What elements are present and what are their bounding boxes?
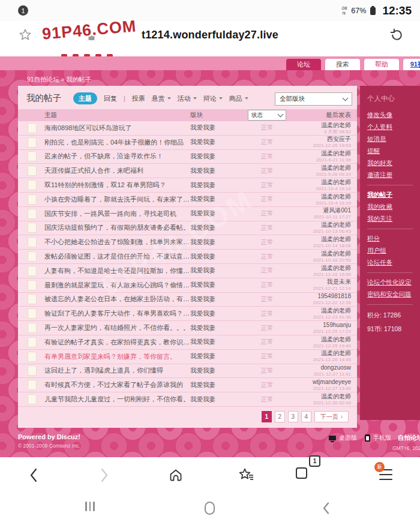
last-post-user-link[interactable]: 温柔的老师 — [321, 393, 351, 400]
forum-link[interactable]: 我爱我妻 — [190, 138, 245, 146]
last-post-user-link[interactable]: 温柔的老师 — [321, 236, 351, 243]
site-nav-tab-1[interactable]: 论坛 — [286, 59, 321, 70]
last-post-user-link[interactable]: 温柔的老师 — [321, 193, 351, 200]
filter-tab-5[interactable]: 活动 — [178, 94, 197, 103]
post-title-link[interactable]: 迟来的帖子，但不缺席，沿途寻欢作乐！ — [44, 152, 190, 161]
post-title-link[interactable]: 有验证的帖子才真实，在家拍得更真实，教你识别假夫妻。 — [44, 338, 190, 347]
post-title-link[interactable]: 不小心把她老公拍进去了惊险刺激，找单男来家里玩 — [44, 238, 190, 247]
forum-link[interactable]: 我爱我妻 — [190, 295, 245, 304]
filter-tab-6[interactable]: 辩论 — [203, 94, 223, 103]
last-post-user-link[interactable]: 温柔的老师 — [321, 336, 351, 343]
sidebar-link[interactable]: 修改头像 — [367, 111, 413, 119]
last-post-user-link[interactable]: 我是未来 — [327, 278, 351, 286]
forum-link[interactable]: 我爱我妻 — [190, 195, 245, 203]
last-post-user-link[interactable]: 159huanju — [323, 322, 351, 329]
forum-link[interactable]: 我爱我妻 — [190, 310, 245, 318]
site-nav-tab-3[interactable]: 帮助 — [364, 59, 399, 70]
post-title-link[interactable]: 有单男愿意到家里来吗？别嫌弃，等你留言。 — [44, 352, 190, 361]
forum-link[interactable]: 我爱我妻 — [190, 266, 245, 275]
sidebar-link[interactable]: 用户组 — [367, 247, 413, 255]
recents-icon[interactable] — [85, 502, 95, 511]
post-title-link[interactable]: 天涯传媒正式招人合作，来吧福利 — [44, 166, 190, 175]
system-back-icon[interactable] — [322, 502, 330, 515]
sidebar-link[interactable]: 提醒 — [367, 147, 413, 155]
site-nav-tab-2[interactable]: 搜索 — [325, 59, 360, 70]
filter-tab-1[interactable]: 主题 — [73, 92, 97, 104]
page-button-1[interactable]: 1 — [262, 411, 272, 422]
last-post-user-link[interactable]: 温柔的老师 — [321, 164, 351, 172]
forum-link[interactable]: 我爱我妻 — [190, 395, 245, 404]
filter-tab-2[interactable]: 回复 — [104, 94, 117, 103]
sidebar-link[interactable]: 个人资料 — [367, 123, 413, 131]
forum-filter-select[interactable]: 全部版块 — [275, 92, 352, 106]
filter-tab-4[interactable]: 悬赏 — [152, 94, 171, 103]
forum-link[interactable]: 我爱我妻 — [190, 338, 245, 346]
status-filter-select[interactable]: 状态 — [248, 110, 286, 121]
sidebar-link[interactable]: 我的收藏 — [367, 203, 413, 211]
last-post-user-link[interactable]: 避风港001 — [323, 207, 351, 214]
post-title-link[interactable]: 小孩在旁边睡着了，那就去洗手间玩，有来家了的叔叔吗？ — [44, 195, 190, 204]
next-page-button[interactable]: 下一页› — [314, 411, 349, 422]
sidebar-link[interactable]: 邀请注册 — [367, 171, 413, 179]
last-post-user-link[interactable]: wtjmandeyeye — [313, 379, 351, 386]
sidebar-link[interactable]: 论坛个性化设定 — [367, 278, 413, 287]
last-post-user-link[interactable]: 温柔的老师 — [321, 150, 351, 157]
sidebar-link[interactable]: 密码和安全问题 — [367, 290, 413, 299]
desktop-version-link[interactable]: 桌面版 — [339, 434, 357, 442]
filter-tab-3[interactable]: 投票 — [132, 94, 145, 103]
post-title-link[interactable]: 这回赶上了，遇到猛虎上道具，你们懂得 — [44, 366, 190, 375]
last-post-user-link[interactable]: 西安应子 — [327, 136, 351, 143]
forum-link[interactable]: 我爱我妻 — [190, 253, 245, 261]
post-title-link[interactable]: 刚拍完，也是刚搞完，04年妹子很嫩的！你细品 — [44, 138, 190, 147]
post-title-link[interactable]: 验证刮了毛的人妻客厅大动作，有单男喜欢吗？来来来看 — [44, 309, 190, 318]
last-post-user-link[interactable]: 温柔的老师 — [321, 122, 351, 129]
post-title-link[interactable]: 有时候真不方便，不过大家看了帖子会原谅我的 — [44, 380, 190, 389]
post-title-link[interactable]: 国庆节安排，一路风景一路向南，寻找老司机 — [44, 209, 190, 218]
forum-link[interactable]: 我爱我妻 — [190, 381, 245, 389]
forum-link[interactable]: 我爱我妻 — [190, 181, 245, 190]
post-title-link[interactable]: 儿童节我陪大儿童度过，一切刚刚好，不信你看。 — [44, 395, 190, 404]
site-nav-tab-4[interactable]: 91视频 — [403, 59, 420, 70]
post-title-link[interactable]: 国庆活动提前预约了，有假期的朋友请务必看帖。 — [44, 223, 190, 232]
forward-icon[interactable] — [100, 467, 109, 483]
mobile-version-link[interactable]: 手机版 — [373, 434, 391, 442]
breadcrumb[interactable]: 91自拍论坛 » 我的帖子 — [27, 76, 91, 84]
home-icon[interactable] — [168, 467, 184, 483]
refresh-icon[interactable] — [389, 28, 404, 43]
page-button-2[interactable]: 2 — [275, 411, 285, 422]
system-home-icon[interactable] — [205, 502, 215, 515]
forum-link[interactable]: 我爱我妻 — [190, 238, 245, 247]
site-name-link[interactable]: 自拍论坛 |联系 — [398, 434, 420, 442]
page-button-3[interactable]: 3 — [288, 411, 298, 422]
forum-link[interactable]: 我爱我妻 — [190, 224, 245, 232]
forum-link[interactable]: 我爱我妻 — [190, 367, 245, 375]
sidebar-link[interactable]: 短消息 — [367, 135, 413, 143]
forum-link[interactable]: 我爱我妻 — [190, 152, 245, 161]
last-post-user-link[interactable]: 温柔的老师 — [321, 350, 351, 357]
sidebar-link[interactable]: 我的关注 — [367, 215, 413, 223]
post-title-link[interactable]: 被遗忘的人妻老公在日本，在她家主卧活动，有单男约吗？ — [44, 295, 190, 304]
post-title-link[interactable]: 最刺激的就是家里玩，有人敢来玩心跳吗？偷情那种 — [44, 281, 190, 290]
sidebar-link[interactable]: 论坛任务 — [367, 259, 413, 267]
last-post-user-link[interactable]: 温柔的老师 — [321, 265, 351, 272]
last-post-user-link[interactable]: 1954981818 — [317, 293, 351, 300]
post-title-link[interactable]: 人妻有狗，不知道是哈士奇还是阿拉斯加，你懂得？必看 — [44, 266, 190, 275]
last-post-user-link[interactable]: 温柔的老师 — [321, 221, 351, 229]
filter-tab-7[interactable]: 商品 — [229, 94, 248, 103]
forum-link[interactable]: 我爱我妻 — [190, 281, 245, 289]
bookmarks-star-icon[interactable] — [238, 467, 254, 483]
last-post-user-link[interactable]: 温柔的老师 — [321, 307, 351, 314]
sidebar-link[interactable]: 我的好友 — [367, 159, 413, 167]
post-title-link[interactable]: 双11特别的特别激情，双12 有单男陪吗？ — [44, 181, 190, 190]
forum-link[interactable]: 我爱我妻 — [190, 209, 245, 218]
page-button-4[interactable]: 4 — [301, 411, 311, 422]
sidebar-link[interactable]: 我的帖子 — [367, 191, 413, 199]
forum-link[interactable]: 我爱我妻 — [190, 324, 245, 332]
forum-link[interactable]: 我爱我妻 — [190, 124, 245, 132]
last-post-user-link[interactable]: dongzuosw — [320, 364, 351, 371]
forum-link[interactable]: 我爱我妻 — [190, 167, 245, 175]
last-post-user-link[interactable]: 温柔的老师 — [321, 250, 351, 257]
sidebar-link[interactable]: 积分 — [367, 235, 413, 243]
last-post-user-link[interactable]: 温柔的老师 — [321, 179, 351, 186]
post-title-link[interactable]: 再一次人妻家里约，有结婚照片，不信你看。。。 — [44, 323, 190, 332]
